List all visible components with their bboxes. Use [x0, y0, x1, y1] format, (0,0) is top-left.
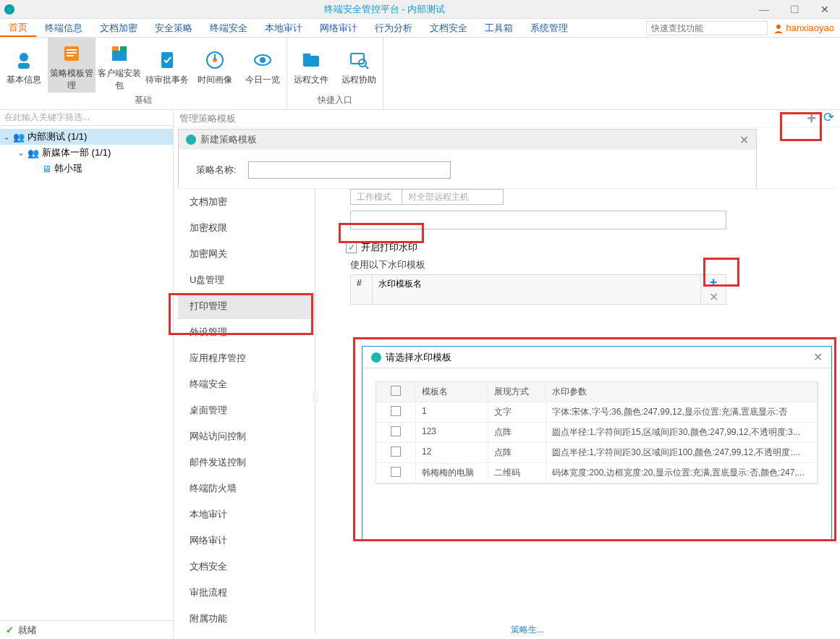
- clock-icon: [204, 49, 226, 71]
- template-name-input[interactable]: [248, 161, 451, 179]
- tree-filter[interactable]: 在此输入关键字筛选...: [0, 110, 173, 126]
- tab-doc-encrypt[interactable]: 文档加密: [91, 19, 146, 37]
- ribbon-label-basic: 基础: [0, 93, 287, 109]
- mode-label: 工作模式: [350, 189, 402, 205]
- tree-user[interactable]: 🖥韩小瑶: [0, 161, 173, 177]
- tab-net-audit[interactable]: 网络审计: [311, 19, 366, 37]
- cat-peripheral[interactable]: 外设管理: [178, 319, 315, 345]
- row-checkbox[interactable]: [391, 426, 401, 436]
- cat-extra[interactable]: 附属功能: [178, 606, 315, 632]
- group-icon: 👥: [27, 148, 39, 158]
- svg-rect-4: [67, 49, 77, 51]
- modal-icon: [186, 135, 196, 145]
- category-list: 文档加密 加密权限 加密网关 U盘管理 打印管理 外设管理 应用程序管控 终端安…: [178, 189, 315, 634]
- col-params: 水印参数: [546, 382, 818, 402]
- cat-desktop[interactable]: 桌面管理: [178, 397, 315, 423]
- tab-terminal-security[interactable]: 终端安全: [201, 19, 256, 37]
- modal-title: 新建策略模板: [200, 133, 257, 146]
- search-input[interactable]: [646, 21, 768, 35]
- remove-row-button[interactable]: ✕: [701, 290, 726, 304]
- ritem-template-manage[interactable]: 策略模板管理: [48, 38, 96, 93]
- approval-icon: [156, 49, 178, 71]
- ribbon-label-quick: 快捷入口: [287, 93, 383, 109]
- tab-doc-security[interactable]: 文档安全: [421, 19, 476, 37]
- empty-box: [350, 211, 726, 229]
- mode-select[interactable]: 对全部远程主机: [402, 189, 504, 205]
- check-all[interactable]: [391, 386, 401, 396]
- cat-doc-sec[interactable]: 文档安全: [178, 554, 315, 580]
- row-checkbox[interactable]: [391, 447, 401, 457]
- cat-encrypt-perm[interactable]: 加密权限: [178, 215, 315, 241]
- tab-local-audit[interactable]: 本地审计: [256, 19, 311, 37]
- refresh-button[interactable]: ⟳: [823, 109, 834, 128]
- cat-print[interactable]: 打印管理: [178, 293, 315, 319]
- enable-watermark-row[interactable]: ✓ 开启打印水印: [346, 241, 822, 254]
- modal-header: 新建策略模板 ✕: [179, 130, 756, 150]
- tab-toolbox[interactable]: 工具箱: [476, 19, 522, 37]
- svg-rect-16: [303, 56, 319, 67]
- svg-rect-18: [351, 54, 364, 64]
- ritem-basic-info[interactable]: 基本信息: [0, 38, 48, 93]
- enable-watermark-checkbox[interactable]: ✓: [346, 242, 357, 253]
- enable-watermark-label: 开启打印水印: [361, 241, 417, 254]
- ritem-remote-assist[interactable]: 远程协助: [335, 38, 383, 93]
- svg-rect-17: [303, 54, 310, 57]
- tree-root[interactable]: ⌄👥内部测试 (1/1): [0, 129, 173, 145]
- tab-terminal-info[interactable]: 终端信息: [36, 19, 91, 37]
- tree-dept[interactable]: ⌄👥新媒体一部 (1/1): [0, 145, 173, 161]
- panel-title: 管理策略模板: [179, 112, 236, 125]
- cat-web-ctrl[interactable]: 网站访问控制: [178, 423, 315, 449]
- col-check: [376, 382, 416, 402]
- svg-rect-2: [18, 63, 30, 69]
- maximize-button[interactable]: ☐: [779, 0, 810, 19]
- chevron-down-icon[interactable]: ⌄: [3, 132, 13, 142]
- cat-approval[interactable]: 审批流程: [178, 580, 315, 606]
- add-row-button[interactable]: +: [701, 275, 726, 290]
- cat-usb[interactable]: U盘管理: [178, 267, 315, 293]
- chevron-down-icon[interactable]: ⌄: [17, 148, 27, 158]
- tab-sys-manage[interactable]: 系统管理: [522, 19, 577, 37]
- cat-encrypt-gw[interactable]: 加密网关: [178, 241, 315, 267]
- cat-doc-encrypt[interactable]: 文档加密: [178, 189, 315, 215]
- picker-row[interactable]: 123 点阵 圆点半径:1,字符间距15,区域间距30,颜色:247,99,12…: [376, 423, 818, 443]
- minimize-button[interactable]: —: [749, 0, 779, 19]
- picker-row[interactable]: 12 点阵 圆点半径:1,字符间距30,区域间距100,颜色:247,99,12…: [376, 443, 818, 463]
- svg-point-15: [260, 57, 266, 63]
- drag-handle-icon[interactable]: ⋮⋮⋮⋮⋮⋮: [311, 392, 320, 402]
- panel-header: 管理策略模板 + ⟳: [174, 110, 840, 127]
- close-button[interactable]: ✕: [810, 0, 840, 19]
- cat-net-audit[interactable]: 网络审计: [178, 528, 315, 554]
- col-template-name: 模板名: [416, 382, 488, 402]
- picker-row[interactable]: 韩梅梅的电脑 二维码 码体宽度:200,边框宽度:20,显示位置:充满,置底显示…: [376, 463, 818, 483]
- tab-security-policy[interactable]: 安全策略: [146, 19, 201, 37]
- topbar: 首页 终端信息 文档加密 安全策略 终端安全 本地审计 网络审计 行为分析 文档…: [0, 19, 840, 38]
- row-checkbox[interactable]: [391, 406, 401, 416]
- cat-term-sec[interactable]: 终端安全: [178, 371, 315, 397]
- picker-close-button[interactable]: ✕: [813, 350, 823, 364]
- user-menu[interactable]: hanxiaoyao: [768, 22, 841, 33]
- row-checkbox[interactable]: [391, 467, 401, 477]
- cat-local-audit[interactable]: 本地审计: [178, 502, 315, 528]
- ritem-approval[interactable]: 待审批事务: [143, 38, 191, 93]
- add-template-button[interactable]: +: [807, 109, 816, 128]
- ritem-today[interactable]: 今日一览: [239, 38, 287, 93]
- col-display-mode: 展现方式: [488, 382, 546, 402]
- tab-home[interactable]: 首页: [0, 19, 36, 37]
- app-title: 终端安全管控平台 - 内部测试: [20, 3, 749, 16]
- tab-behavior[interactable]: 行为分析: [366, 19, 421, 37]
- ritem-time-portrait[interactable]: 时间画像: [191, 38, 239, 93]
- cat-mail-ctrl[interactable]: 邮件发送控制: [178, 449, 315, 475]
- ritem-remote-file[interactable]: 远程文件: [287, 38, 335, 93]
- picker-row[interactable]: 1 文字 字体:宋体,字号:36,颜色:247,99,12,显示位置:充满,置底…: [376, 402, 818, 423]
- watermark-picker-dialog: 请选择水印模板 ✕ 模板名 展现方式 水印参数 1 文字 字体:宋体,字号:36…: [362, 346, 832, 541]
- cat-firewall[interactable]: 终端防火墙: [178, 475, 315, 502]
- picker-title: 请选择水印模板: [386, 351, 451, 364]
- modal-close-button[interactable]: ✕: [739, 133, 749, 147]
- ritem-client-pkg[interactable]: 客户端安装包: [96, 38, 143, 93]
- picker-header: 请选择水印模板 ✕: [362, 347, 831, 368]
- svg-rect-7: [112, 51, 127, 61]
- check-icon: ✓: [6, 625, 14, 635]
- picker-table: 模板名 展现方式 水印参数 1 文字 字体:宋体,字号:36,颜色:247,99…: [376, 381, 818, 484]
- cat-app-ctrl[interactable]: 应用程序管控: [178, 345, 315, 371]
- user-icon: [773, 23, 784, 33]
